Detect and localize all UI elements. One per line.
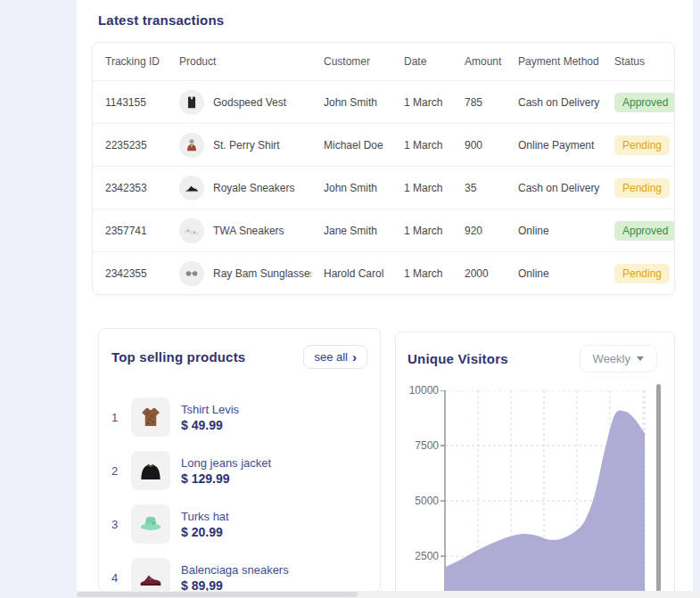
transaction-date: 1 March [391,225,452,237]
column-header-date: Date [391,55,452,68]
product-price: $ 129.99 [181,471,271,486]
period-label: Weekly [593,352,630,365]
sneaker-product-image [179,176,204,201]
payment-method: Online [506,267,602,280]
payment-method: Online Payment [506,139,602,152]
tracking-id: 2342355 [93,267,167,280]
transaction-date: 1 March [391,96,452,109]
shirt-product-image [179,133,204,158]
unique-visitors-card: Unique Visitors Weekly 10000 7500 5000 2… [395,332,675,598]
transaction-amount: 2000 [452,267,506,280]
transaction-date: 1 March [391,182,452,194]
see-all-button[interactable]: see all › [303,345,367,369]
list-item: 1 Tshirt Levis $ 49.99 [111,390,367,444]
column-header-payment-method: Payment Method [506,55,602,68]
status-badge: Approved [614,221,674,241]
product-cell: St. Perry Shirt [167,133,311,158]
transaction-date: 1 March [391,139,452,152]
status-badge: Pending [614,178,670,198]
product-name: Long jeans jacket [181,455,271,472]
y-axis-tick: 2500 [399,550,439,562]
product-rank: 2 [111,464,131,478]
product-name: TWA Sneakers [213,225,284,237]
list-item: 2 Long jeans jacket $ 129.99 [111,444,367,497]
tshirt-product-image [131,397,170,437]
product-rank: 1 [111,411,131,424]
chart-vertical-scrollbar[interactable] [656,384,661,598]
see-all-label: see all [314,350,348,364]
customer-name: John Smith [311,96,391,109]
bucket-hat-product-image [131,504,170,544]
transactions-title: Latest transactions [98,12,224,28]
table-row: 1143155 Godspeed Vest John Smith 1 March… [93,81,674,124]
customer-name: Harold Carol [311,267,391,280]
customer-name: Michael Doe [311,139,391,152]
product-name: Ray Bam Sunglasses [213,267,311,280]
customer-name: John Smith [311,182,391,194]
product-cell: TWA Sneakers [167,218,311,243]
area-chart-svg [441,390,647,598]
customer-name: Jane Smith [311,225,391,237]
top-products-title: Top selling products [111,349,245,365]
horizontal-scrollbar[interactable] [77,591,700,598]
product-name: Godspeed Vest [213,96,286,109]
product-rank: 3 [111,518,131,531]
payment-method: Cash on Delivery [506,96,602,109]
payment-method: Online [506,225,602,237]
vest-product-image [179,90,204,115]
column-header-status: Status [602,55,674,68]
product-name: St. Perry Shirt [213,139,280,152]
sunglasses-product-image [179,261,204,286]
product-cell: Royale Sneakers [167,176,311,201]
chevron-right-icon: › [352,350,357,364]
status-badge: Pending [614,135,670,155]
transaction-amount: 785 [452,96,506,109]
transactions-table-card: Tracking ID Product Customer Date Amount… [92,42,675,295]
unique-visitors-title: Unique Visitors [408,351,508,366]
tracking-id: 1143155 [93,96,167,109]
horizontal-scrollbar-thumb[interactable] [77,592,358,597]
product-name: Royale Sneakers [213,182,294,194]
list-item: 3 Turks hat $ 20.99 [111,497,367,551]
product-price: $ 49.99 [181,418,239,432]
y-axis-tick: 10000 [399,384,439,397]
product-cell: Ray Bam Sunglasses [167,261,311,286]
tracking-id: 2357741 [93,225,167,237]
chevron-down-icon [637,356,644,361]
transaction-date: 1 March [391,267,452,280]
product-name: Turks hat [181,509,229,526]
table-row: 2342353 Royale Sneakers John Smith 1 Mar… [93,167,674,209]
y-axis-tick: 7500 [399,439,439,452]
column-header-tracking-id: Tracking ID [93,55,167,68]
top-products-card: Top selling products see all › 1 Tshirt … [98,328,381,592]
column-header-customer: Customer [311,55,391,68]
jacket-product-image [131,451,170,490]
tracking-id: 2342353 [93,182,167,194]
product-cell: Godspeed Vest [167,90,311,115]
column-header-product: Product [167,55,311,68]
visitors-area-path [445,410,645,598]
visitors-chart: 10000 7500 5000 2500 [396,384,674,597]
table-row: 2357741 TWA Sneakers Jane Smith 1 March … [93,209,674,252]
main-content: Latest transactions Tracking ID Product … [77,0,693,598]
payment-method: Cash on Delivery [506,182,602,194]
product-name: Balenciaga sneakers [181,562,289,579]
sneakers-pair-product-image [179,218,204,243]
y-axis-tick: 5000 [399,495,439,507]
tracking-id: 2235235 [93,139,167,152]
transaction-amount: 900 [452,139,506,152]
period-dropdown[interactable]: Weekly [580,345,657,373]
table-row: 2342355 Ray Bam Sunglasses Harold Carol … [93,252,674,295]
status-badge: Approved [614,93,674,112]
top-products-list: 1 Tshirt Levis $ 49.99 2 Long jeans jack… [111,390,367,598]
table-header-row: Tracking ID Product Customer Date Amount… [93,43,674,81]
transaction-amount: 920 [452,225,506,237]
transaction-amount: 35 [452,182,506,194]
product-rank: 4 [111,571,131,585]
table-row: 2235235 St. Perry Shirt Michael Doe 1 Ma… [93,124,674,167]
column-header-amount: Amount [452,55,506,68]
status-badge: Pending [614,264,670,283]
product-price: $ 20.99 [181,525,229,539]
product-name: Tshirt Levis [181,402,239,419]
